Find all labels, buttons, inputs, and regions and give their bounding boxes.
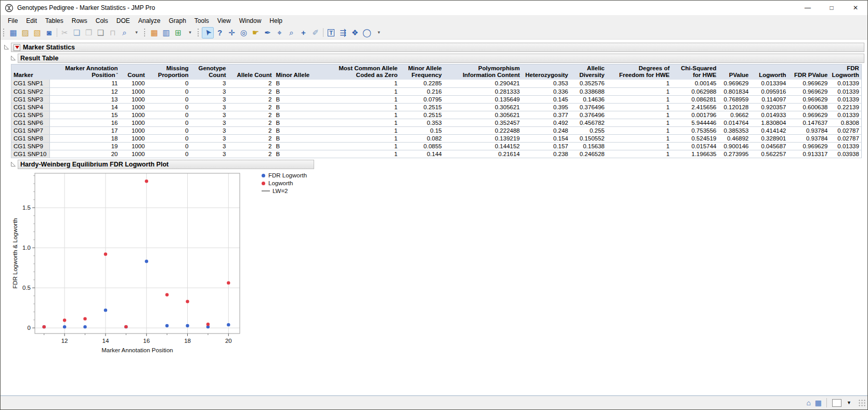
crosshair-tool-icon[interactable]: +: [297, 27, 309, 39]
data-point-fdr-logworth-17[interactable]: [165, 324, 169, 327]
column-header[interactable]: Logworth: [751, 65, 788, 80]
menu-window[interactable]: Window: [235, 16, 266, 25]
legend-item[interactable]: FDR Logworth: [262, 172, 307, 180]
toolbar-overflow-2-icon[interactable]: ▾: [184, 27, 196, 39]
new-data-table-icon[interactable]: ▦: [7, 27, 19, 39]
copy-icon[interactable]: ❏: [71, 27, 83, 39]
toolbar-overflow-1-icon[interactable]: ▾: [131, 27, 142, 39]
collapse-triangle-icon[interactable]: [4, 44, 9, 50]
toolbar-overflow-3-icon[interactable]: ▾: [373, 27, 385, 39]
table-edit-icon[interactable]: ▦: [815, 399, 822, 406]
column-header[interactable]: Genotype Count: [191, 65, 228, 80]
collapse-triangle-icon[interactable]: [10, 55, 16, 61]
legend-item-reference-line[interactable]: LW=2: [262, 187, 307, 195]
home-icon[interactable]: ⌂: [806, 399, 810, 406]
statusbar-dropdown-icon[interactable]: ▼: [847, 400, 851, 405]
resize-grip[interactable]: [858, 399, 866, 407]
arrow-tool-icon[interactable]: ➤: [202, 27, 214, 39]
close-button[interactable]: ✕: [844, 1, 867, 15]
menu-cols[interactable]: Cols: [92, 16, 112, 25]
menu-edit[interactable]: Edit: [22, 16, 41, 25]
column-header[interactable]: Heterozygosity: [522, 65, 571, 80]
line-annotate-tool-icon[interactable]: ⇶: [337, 27, 349, 39]
data-point-fdr-logworth-14[interactable]: [104, 308, 107, 311]
data-point-logworth-19[interactable]: [206, 322, 210, 325]
data-point-fdr-logworth-18[interactable]: [186, 324, 189, 327]
column-info-icon[interactable]: ▥: [160, 27, 172, 39]
red-triangle-menu-icon[interactable]: [14, 44, 20, 51]
column-header[interactable]: Minor Allele Frequency: [400, 65, 444, 80]
column-header[interactable]: Missing Proportion: [147, 65, 191, 80]
table-row[interactable]: CG1 SNP3131000032B10.07950.1356490.1450.…: [11, 95, 862, 103]
table-row[interactable]: CG1 SNP9191000032B10.08550.1441520.1570.…: [11, 142, 862, 150]
minimize-button[interactable]: —: [796, 1, 820, 15]
data-point-fdr-logworth-20[interactable]: [227, 323, 230, 326]
column-header[interactable]: FDR Logworth: [830, 65, 862, 80]
data-point-logworth-17[interactable]: [165, 293, 169, 296]
column-header[interactable]: Marker Annotation Positionˆ: [50, 65, 120, 80]
menu-file[interactable]: File: [4, 16, 22, 25]
data-point-logworth-16[interactable]: [145, 180, 148, 183]
menu-rows[interactable]: Rows: [68, 16, 92, 25]
column-header[interactable]: Chi-Squared for HWE: [672, 65, 719, 80]
menu-tables[interactable]: Tables: [41, 16, 68, 25]
column-header[interactable]: Allelic Diversity: [571, 65, 607, 80]
column-header[interactable]: Count: [120, 65, 147, 80]
maximize-button[interactable]: □: [820, 1, 844, 15]
data-point-logworth-18[interactable]: [186, 300, 189, 303]
table-row[interactable]: CG1 SNP4141000032B10.25150.3056210.3950.…: [11, 103, 862, 111]
lasso-tool-icon[interactable]: ⌖: [274, 27, 286, 39]
menu-tools[interactable]: Tools: [190, 16, 213, 25]
data-point-logworth-15[interactable]: [124, 325, 127, 328]
data-point-logworth-11[interactable]: [43, 325, 46, 328]
data-table-view-icon[interactable]: ▦: [148, 27, 160, 39]
oval-tool-icon[interactable]: ◯: [361, 27, 373, 39]
column-header[interactable]: Degrees of Freedom for HWE: [607, 65, 672, 80]
color-swatch[interactable]: [832, 399, 841, 407]
help-tool-icon[interactable]: ?: [214, 27, 226, 39]
target-tool-icon[interactable]: ◎: [238, 27, 250, 39]
legend-item[interactable]: Logworth: [262, 180, 307, 187]
column-header[interactable]: PValue: [719, 65, 751, 80]
table-row[interactable]: CG1 SNP2121000032B10.2160.2813330.3360.3…: [11, 87, 862, 95]
column-header[interactable]: Allele Count: [228, 65, 274, 80]
zoom-tool-icon[interactable]: ⌕: [286, 27, 297, 39]
column-header[interactable]: Polymorphism Information Content: [444, 65, 522, 80]
new-journal-icon[interactable]: ▨: [19, 27, 31, 39]
annotate-tool-icon[interactable]: T: [325, 27, 337, 39]
save-icon[interactable]: ◙: [43, 27, 55, 39]
polygon-tool-icon[interactable]: ❖: [349, 27, 361, 39]
hand-tool-icon[interactable]: ☛: [250, 27, 262, 39]
data-point-logworth-20[interactable]: [227, 281, 230, 284]
column-header[interactable]: Marker: [11, 65, 50, 80]
data-point-logworth-13[interactable]: [83, 317, 86, 320]
data-point-fdr-logworth-13[interactable]: [83, 325, 86, 328]
data-point-logworth-14[interactable]: [104, 252, 107, 255]
data-point-logworth-12[interactable]: [63, 318, 66, 322]
table-row[interactable]: CG1 SNP10201000032B10.1440.216140.2380.2…: [11, 150, 862, 158]
table-row[interactable]: CG1 SNP6161000032B10.3530.3524570.4920.4…: [11, 119, 862, 126]
table-row[interactable]: CG1 SNP1111000032B10.22850.2904210.3530.…: [11, 80, 862, 87]
brush-tool-icon[interactable]: ✒: [262, 27, 274, 39]
column-header[interactable]: FDR PValue: [788, 65, 830, 80]
menu-doe[interactable]: DOE: [112, 16, 134, 25]
new-graph-icon[interactable]: ⊞: [172, 27, 184, 39]
journal-page-icon[interactable]: ❑: [95, 27, 107, 39]
open-icon[interactable]: ▧: [31, 27, 43, 39]
plot-area[interactable]: [35, 173, 240, 334]
table-row[interactable]: CG1 SNP5151000032B10.25150.3056210.3770.…: [11, 111, 862, 119]
menu-graph[interactable]: Graph: [164, 16, 190, 25]
table-row[interactable]: CG1 SNP8181000032B10.0820.1392190.1540.1…: [11, 134, 862, 142]
move-tool-icon[interactable]: ✛: [226, 27, 238, 39]
data-point-fdr-logworth-12[interactable]: [63, 325, 66, 328]
menu-view[interactable]: View: [213, 16, 235, 25]
column-header[interactable]: Most Common Allele Coded as Zero: [322, 65, 400, 80]
search-icon[interactable]: ⌕: [119, 27, 131, 39]
menu-help[interactable]: Help: [265, 16, 287, 25]
menu-analyze[interactable]: Analyze: [134, 16, 165, 25]
table-row[interactable]: CG1 SNP7171000032B10.150.2224880.2480.25…: [11, 126, 862, 134]
hwe-fdr-logworth-plot[interactable]: 121416182000.51.01.5Marker Annotation Po…: [10, 170, 254, 356]
collapse-triangle-icon[interactable]: [10, 161, 16, 167]
column-header[interactable]: Minor Allele: [274, 65, 322, 80]
data-point-fdr-logworth-16[interactable]: [145, 260, 148, 263]
